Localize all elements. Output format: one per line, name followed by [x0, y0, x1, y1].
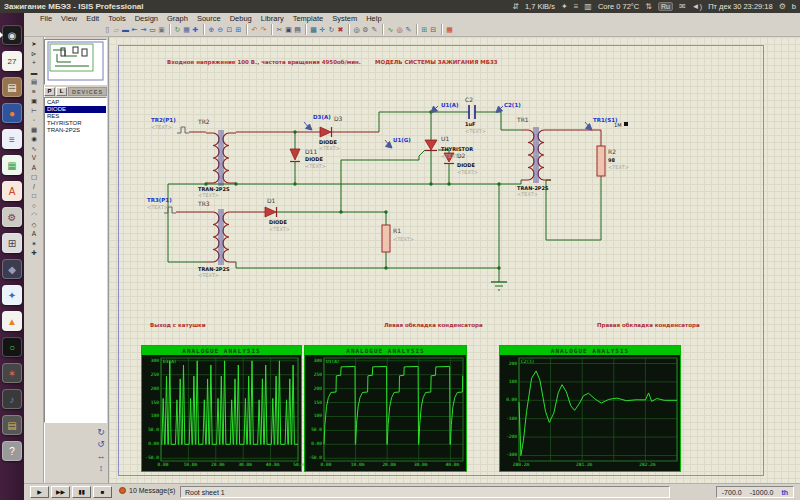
- generator-mode-icon[interactable]: ∿: [27, 144, 41, 154]
- 2d-symbol-icon[interactable]: ✶: [27, 239, 41, 249]
- search-tag-icon[interactable]: ◎: [395, 24, 404, 35]
- 2d-box-icon[interactable]: □: [27, 191, 41, 201]
- menu-library[interactable]: Library: [261, 14, 284, 23]
- component-d1[interactable]: [265, 207, 277, 217]
- undo-icon[interactable]: ↶: [250, 24, 259, 35]
- analysis-graph-2[interactable]: ANALOGUE ANALYSIS U1(A) 3002502001501005…: [304, 345, 467, 472]
- play-button[interactable]: ▶: [30, 486, 49, 498]
- grid-toggle-icon[interactable]: ▦: [182, 24, 191, 35]
- component-d11[interactable]: [290, 149, 300, 162]
- device-item-tran-2p2s[interactable]: TRAN-2P2S: [45, 127, 106, 134]
- menu-system[interactable]: System: [332, 14, 357, 23]
- volume-icon[interactable]: ◄): [692, 2, 703, 11]
- 2d-line-icon[interactable]: /: [27, 182, 41, 192]
- menu-template[interactable]: Template: [293, 14, 323, 23]
- sync-arrows-icon[interactable]: ⇅: [645, 2, 652, 11]
- launcher-dropbox[interactable]: ✦: [2, 285, 22, 305]
- launcher-settings-gear[interactable]: ⚙: [2, 207, 22, 227]
- current-probe-mode-icon[interactable]: A: [27, 163, 41, 173]
- redo-icon[interactable]: ↷: [259, 24, 268, 35]
- launcher-dark-tool[interactable]: ◆: [2, 259, 22, 279]
- component-d3[interactable]: [320, 127, 332, 137]
- stop-button[interactable]: ■: [93, 486, 112, 498]
- device-item-diode[interactable]: DIODE: [45, 106, 106, 113]
- device-list[interactable]: CAPDIODERESTHYRISTORTRAN-2P2S: [44, 97, 107, 423]
- virtual-instrument-mode-icon[interactable]: ▢: [27, 172, 41, 182]
- block-rotate-icon[interactable]: ↻: [327, 24, 336, 35]
- paste-icon[interactable]: ▤: [293, 24, 302, 35]
- text-script-mode-icon[interactable]: ▤: [27, 77, 41, 87]
- app-indicator-icon[interactable]: ✦: [561, 2, 568, 11]
- open-design-icon[interactable]: ▱: [112, 24, 121, 35]
- netlist-to-ares-icon[interactable]: ▦: [445, 24, 454, 35]
- menu-indicator-icon[interactable]: ≡: [574, 2, 579, 11]
- launcher-ring-app[interactable]: ○: [2, 337, 22, 357]
- make-device-icon[interactable]: ⚙: [361, 24, 370, 35]
- message-indicator[interactable]: 10 Message(s): [119, 487, 175, 494]
- component-mode-icon[interactable]: ⊳: [27, 49, 41, 59]
- mark-output-area-icon[interactable]: ▣: [157, 24, 166, 35]
- zoom-area-icon[interactable]: ⊞: [234, 24, 243, 35]
- 2d-marker-icon[interactable]: ✚: [27, 248, 41, 258]
- bus-mode-icon[interactable]: ≡: [27, 87, 41, 97]
- junction-dot-mode-icon[interactable]: +: [27, 58, 41, 68]
- voltage-probe-mode-icon[interactable]: V: [27, 153, 41, 163]
- block-copy-icon[interactable]: ▩: [309, 24, 318, 35]
- cut-icon[interactable]: ✂: [275, 24, 284, 35]
- library-button[interactable]: L: [56, 87, 67, 96]
- schematic-canvas[interactable]: Входное напряжение 100 В., частота враще…: [108, 37, 800, 483]
- menu-file[interactable]: File: [40, 14, 52, 23]
- wire-autorouter-icon[interactable]: ∿: [386, 24, 395, 35]
- copy-icon[interactable]: ▣: [284, 24, 293, 35]
- component-u1[interactable]: [425, 140, 437, 151]
- launcher-media-app[interactable]: ♪: [2, 389, 22, 409]
- menu-view[interactable]: View: [61, 14, 77, 23]
- new-sheet-icon[interactable]: ⊞: [420, 24, 429, 35]
- device-pin-mode-icon[interactable]: ◦: [27, 115, 41, 125]
- menu-help[interactable]: Help: [366, 14, 381, 23]
- device-item-thyristor[interactable]: THYRISTOR: [45, 120, 106, 127]
- block-delete-icon[interactable]: ✖: [336, 24, 345, 35]
- pick-button[interactable]: P: [44, 87, 55, 96]
- component-tr1[interactable]: [521, 127, 551, 183]
- launcher-trash[interactable]: ?: [2, 441, 22, 461]
- menu-tools[interactable]: Tools: [108, 14, 126, 23]
- launcher-office-a[interactable]: A: [2, 181, 22, 201]
- tape-recorder-mode-icon[interactable]: ◉: [27, 134, 41, 144]
- property-tool-icon[interactable]: ✎: [404, 24, 413, 35]
- mail-icon[interactable]: ✉: [679, 2, 686, 11]
- 2d-path-icon[interactable]: ◇: [27, 220, 41, 230]
- launcher-writer[interactable]: ≡: [2, 129, 22, 149]
- launcher-file-manager[interactable]: ▤: [2, 77, 22, 97]
- pan-view-icon[interactable]: ✚: [191, 24, 200, 35]
- export-section-icon[interactable]: ⇥: [139, 24, 148, 35]
- network-traffic-icon[interactable]: ⇵: [512, 2, 519, 11]
- new-design-icon[interactable]: ▯: [103, 24, 112, 35]
- launcher-spreadsheet[interactable]: ▦: [2, 155, 22, 175]
- analysis-graph-1[interactable]: ANALOGUE ANALYSIS D3(A) 3002502001501005…: [141, 345, 302, 472]
- pause-button[interactable]: ▮▮: [72, 486, 91, 498]
- overview-window[interactable]: [44, 39, 107, 85]
- component-r1[interactable]: [382, 225, 390, 252]
- mirror-horizontal-icon[interactable]: ↔: [93, 451, 109, 462]
- zoom-all-icon[interactable]: ⊡: [225, 24, 234, 35]
- wire-label-mode-icon[interactable]: ▬: [27, 68, 41, 78]
- analysis-graph-3[interactable]: ANALOGUE ANALYSIS C2(1) 2001000.00-100-2…: [499, 345, 681, 472]
- component-tr3[interactable]: [206, 209, 236, 265]
- pick-device-icon[interactable]: ◎: [352, 24, 361, 35]
- decompose-icon[interactable]: ✎: [370, 24, 379, 35]
- block-move-icon[interactable]: ✛: [318, 24, 327, 35]
- graph-mode-icon[interactable]: ▦: [27, 125, 41, 135]
- menu-source[interactable]: Source: [197, 14, 221, 23]
- remove-sheet-icon[interactable]: ⊟: [429, 24, 438, 35]
- session-gear-icon[interactable]: ⚙: [779, 2, 786, 11]
- selection-tool-icon[interactable]: ➤: [27, 39, 41, 49]
- rotate-anticlockwise-icon[interactable]: ↺: [93, 439, 109, 450]
- menu-design[interactable]: Design: [135, 14, 158, 23]
- launcher-stack-app[interactable]: ▤: [2, 415, 22, 435]
- menu-edit[interactable]: Edit: [86, 14, 99, 23]
- component-r2[interactable]: [597, 146, 605, 176]
- ground-symbol[interactable]: [491, 282, 507, 290]
- terminal-mode-icon[interactable]: ⊢: [27, 106, 41, 116]
- 2d-arc-icon[interactable]: ◠: [27, 210, 41, 220]
